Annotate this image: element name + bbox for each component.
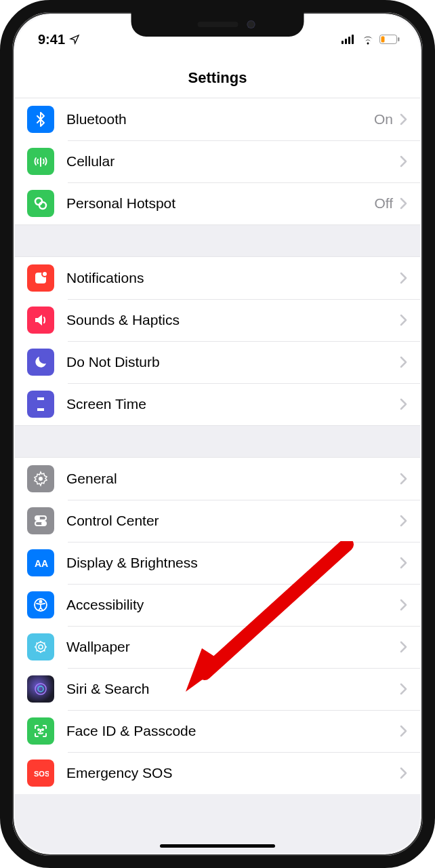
notifications-icon <box>27 264 54 292</box>
chevron-right-icon <box>398 514 408 528</box>
svg-rect-6 <box>398 37 400 41</box>
svg-rect-0 <box>341 41 344 44</box>
wallpaper-icon <box>27 633 54 660</box>
settings-group-device: General Control Center AA Display & Brig… <box>15 457 420 794</box>
row-label: Wallpaper <box>66 639 398 655</box>
notch <box>131 12 304 37</box>
svg-point-23 <box>38 686 43 692</box>
svg-point-20 <box>39 645 43 649</box>
row-label: Siri & Search <box>66 681 398 697</box>
row-general[interactable]: General <box>15 458 420 500</box>
chevron-right-icon <box>398 598 408 612</box>
screen: 9:41 Settings Bluetooth On <box>15 15 420 853</box>
chevron-right-icon <box>398 766 408 780</box>
row-hotspot[interactable]: Personal Hotspot Off <box>15 182 420 224</box>
siri-icon <box>27 675 54 703</box>
settings-group-alerts: Notifications Sounds & Haptics Do Not Di… <box>15 256 420 426</box>
general-icon <box>27 465 54 492</box>
emergency-icon: SOS <box>27 760 54 787</box>
chevron-right-icon <box>398 155 408 168</box>
chevron-right-icon <box>398 313 408 327</box>
row-label: General <box>66 471 398 487</box>
row-siri[interactable]: Siri & Search <box>15 668 420 710</box>
faceid-icon <box>27 717 54 745</box>
svg-point-25 <box>42 729 43 730</box>
row-label: Control Center <box>66 513 398 529</box>
battery-icon <box>379 35 400 44</box>
svg-point-16 <box>42 522 45 525</box>
chevron-right-icon <box>398 355 408 369</box>
sounds-icon <box>27 307 54 334</box>
svg-point-11 <box>42 271 47 277</box>
row-accessibility[interactable]: Accessibility <box>15 584 420 626</box>
chevron-right-icon <box>398 271 408 285</box>
row-faceid[interactable]: Face ID & Passcode <box>15 710 420 752</box>
page-title: Settings <box>15 53 420 98</box>
svg-point-12 <box>39 477 43 481</box>
row-label: Notifications <box>66 270 398 286</box>
row-label: Accessibility <box>66 597 398 613</box>
dnd-icon <box>27 349 54 376</box>
row-cellular[interactable]: Cellular <box>15 140 420 182</box>
svg-point-24 <box>38 729 39 730</box>
chevron-right-icon <box>398 197 408 210</box>
content-scroll[interactable]: Settings Bluetooth On Cellular <box>15 53 420 853</box>
wifi-icon <box>360 34 375 45</box>
svg-text:AA: AA <box>35 558 48 569</box>
chevron-right-icon <box>398 397 408 411</box>
row-label: Do Not Disturb <box>66 354 398 370</box>
row-display[interactable]: AA Display & Brightness <box>15 542 420 584</box>
row-label: Emergency SOS <box>66 765 398 781</box>
row-status: On <box>374 111 393 127</box>
group-separator <box>15 225 420 256</box>
svg-rect-1 <box>345 39 347 44</box>
row-dnd[interactable]: Do Not Disturb <box>15 341 420 383</box>
location-icon <box>69 34 80 45</box>
chevron-right-icon <box>398 472 408 486</box>
svg-point-19 <box>39 600 41 602</box>
svg-point-21 <box>36 642 45 652</box>
settings-group-connectivity: Bluetooth On Cellular Personal Hotspot <box>15 98 420 225</box>
row-status: Off <box>374 195 393 212</box>
chevron-right-icon <box>398 724 408 738</box>
row-bluetooth[interactable]: Bluetooth On <box>15 98 420 140</box>
display-icon: AA <box>27 549 54 576</box>
accessibility-icon <box>27 591 54 618</box>
row-label: Cellular <box>66 153 398 170</box>
hotspot-icon <box>27 190 54 217</box>
chevron-right-icon <box>398 682 408 696</box>
svg-rect-2 <box>348 37 350 44</box>
row-label: Face ID & Passcode <box>66 723 398 739</box>
row-label: Sounds & Haptics <box>66 312 398 328</box>
row-controlcenter[interactable]: Control Center <box>15 500 420 542</box>
svg-point-9 <box>39 202 46 209</box>
row-screentime[interactable]: Screen Time <box>15 383 420 425</box>
svg-point-14 <box>37 517 39 519</box>
svg-point-22 <box>35 684 46 694</box>
status-time: 9:41 <box>38 32 65 47</box>
bluetooth-icon <box>27 106 54 133</box>
screentime-icon <box>27 391 54 418</box>
home-indicator[interactable] <box>160 844 275 848</box>
row-label: Display & Brightness <box>66 555 398 571</box>
svg-rect-3 <box>352 35 354 44</box>
chevron-right-icon <box>398 113 408 126</box>
row-label: Bluetooth <box>66 111 374 127</box>
svg-rect-5 <box>381 37 385 43</box>
svg-point-8 <box>35 198 42 205</box>
row-wallpaper[interactable]: Wallpaper <box>15 626 420 668</box>
row-label: Screen Time <box>66 396 398 412</box>
cellular-signal-icon <box>341 35 356 44</box>
phone-frame: 9:41 Settings Bluetooth On <box>0 0 435 868</box>
cellular-icon <box>27 148 54 175</box>
row-notifications[interactable]: Notifications <box>15 257 420 299</box>
row-sounds[interactable]: Sounds & Haptics <box>15 299 420 341</box>
controlcenter-icon <box>27 507 54 534</box>
row-emergency[interactable]: SOS Emergency SOS <box>15 752 420 794</box>
group-separator <box>15 426 420 457</box>
chevron-right-icon <box>398 556 408 570</box>
svg-text:SOS: SOS <box>34 770 49 778</box>
row-label: Personal Hotspot <box>66 195 374 212</box>
chevron-right-icon <box>398 640 408 654</box>
